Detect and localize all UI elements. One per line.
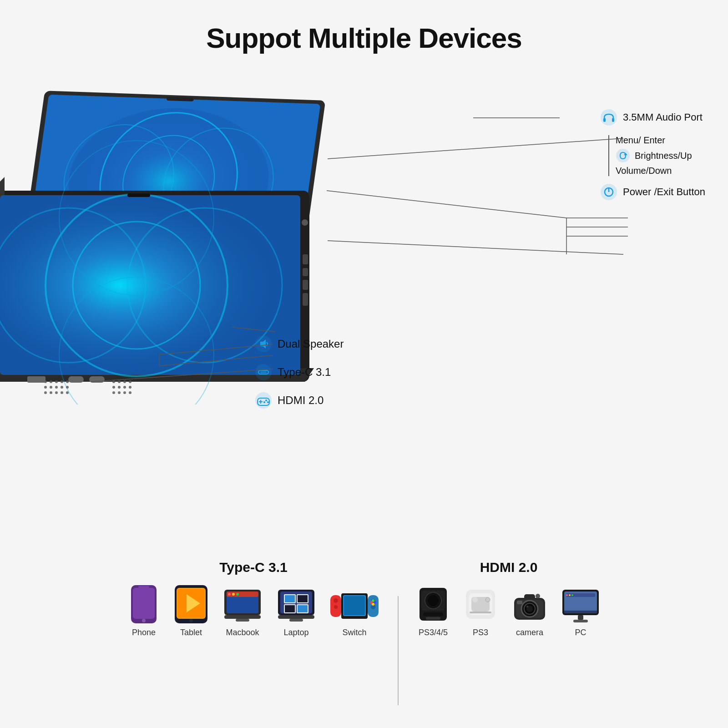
svg-rect-113 (285, 595, 295, 602)
svg-point-32 (50, 386, 52, 389)
phone-icon (127, 584, 160, 624)
pc-icon (561, 588, 601, 624)
svg-point-34 (61, 386, 63, 389)
svg-point-42 (118, 380, 121, 383)
svg-point-76 (263, 401, 265, 403)
svg-point-35 (66, 386, 69, 389)
svg-point-27 (50, 380, 52, 383)
tablet-label: Tablet (180, 628, 202, 637)
switch-icon (329, 588, 379, 624)
typec-title: Type-C 3.1 (219, 560, 288, 575)
svg-point-28 (55, 380, 58, 383)
svg-rect-157 (578, 615, 583, 620)
svg-rect-156 (564, 611, 597, 613)
svg-rect-90 (133, 588, 155, 619)
svg-point-30 (66, 380, 69, 383)
svg-point-46 (118, 386, 121, 389)
power-icon (600, 183, 617, 201)
svg-rect-115 (285, 605, 295, 612)
volume-label: Volume/Down (616, 166, 672, 176)
svg-point-120 (334, 598, 338, 603)
typec-column: Type-C 3.1 Phone (109, 560, 398, 637)
svg-line-84 (327, 191, 566, 218)
svg-rect-117 (278, 615, 314, 619)
svg-rect-55 (27, 376, 46, 383)
svg-point-104 (236, 593, 239, 596)
grouped-annotations: Menu/ Enter Brightness/Up Volume/Down (616, 135, 692, 176)
typec-devices-row: Phone Tablet (127, 584, 379, 637)
svg-rect-151 (517, 601, 522, 604)
speaker-icon (255, 335, 272, 353)
svg-rect-137 (426, 617, 440, 620)
laptop-label: Laptop (283, 628, 308, 637)
svg-point-31 (44, 386, 47, 389)
hdmi-label: HDMI 2.0 (278, 394, 324, 407)
svg-rect-25 (303, 293, 308, 306)
devices-section: Type-C 3.1 Phone (0, 551, 728, 728)
pc-label: PC (575, 628, 586, 637)
annotation-menu: Menu/ Enter (616, 135, 692, 146)
svg-point-75 (267, 401, 269, 403)
annotation-power: Power /Exit Button (600, 183, 705, 201)
svg-point-143 (472, 597, 478, 602)
svg-rect-23 (303, 268, 308, 276)
annotation-hdmi: HDMI 2.0 (255, 392, 344, 409)
monitor-section: 3.5MM Audio Port Menu/ Enter (0, 63, 728, 436)
page-title: Suppot Multiple Devices (0, 0, 728, 54)
power-label: Power /Exit Button (623, 186, 705, 198)
svg-rect-92 (138, 586, 149, 588)
device-macbook: Macbook (222, 588, 263, 637)
audio-port-label: 3.5MM Audio Port (623, 111, 703, 123)
svg-rect-54 (89, 376, 105, 383)
usbc-icon (255, 364, 272, 381)
svg-point-21 (302, 219, 308, 226)
svg-rect-141 (470, 612, 491, 613)
svg-point-29 (61, 380, 63, 383)
svg-point-131 (372, 603, 374, 606)
svg-point-152 (536, 594, 540, 598)
svg-point-45 (112, 386, 115, 389)
devices-row: Type-C 3.1 Phone (0, 551, 728, 728)
annotation-volume: Volume/Down (616, 166, 692, 176)
gamepad-icon (255, 392, 272, 409)
device-tablet: Tablet (173, 584, 209, 637)
camera-icon (511, 588, 548, 624)
svg-point-102 (228, 593, 231, 596)
switch-label: Switch (342, 628, 366, 637)
svg-point-48 (129, 386, 131, 389)
svg-rect-24 (303, 280, 308, 290)
type-c-label: Type-C 3.1 (278, 366, 331, 379)
svg-point-162 (571, 594, 573, 596)
svg-rect-150 (524, 594, 535, 600)
svg-rect-106 (236, 619, 249, 622)
annotation-dual-speaker: Dual Speaker (255, 335, 344, 353)
ps3-icon (462, 584, 499, 624)
device-pc: PC (561, 588, 601, 637)
bottom-annotations: Dual Speaker Type-C 3.1 HDMI 2.0 (255, 335, 344, 409)
svg-rect-124 (344, 596, 365, 615)
annotation-group: Menu/ Enter Brightness/Up Volume/Down (600, 135, 705, 176)
svg-point-74 (265, 399, 267, 401)
brightness-label: Brightness/Up (635, 151, 692, 161)
svg-rect-53 (68, 376, 84, 383)
device-phone: Phone (127, 584, 160, 637)
phone-label: Phone (132, 628, 156, 637)
ps345-icon (417, 584, 450, 624)
macbook-label: Macbook (226, 628, 259, 637)
headphones-icon (600, 109, 617, 126)
svg-rect-118 (289, 619, 303, 622)
svg-point-43 (123, 380, 126, 383)
svg-point-33 (55, 386, 58, 389)
svg-point-50 (118, 391, 121, 394)
annotation-type-c: Type-C 3.1 (255, 364, 344, 381)
annotation-audio-port: 3.5MM Audio Port (600, 109, 705, 126)
svg-point-52 (129, 391, 131, 394)
laptop-icon (276, 588, 317, 624)
svg-point-37 (50, 391, 52, 394)
svg-rect-114 (298, 595, 308, 602)
svg-rect-158 (573, 620, 588, 622)
svg-rect-22 (303, 254, 308, 264)
svg-point-161 (569, 594, 571, 596)
hdmi-devices-row: PS3/4/5 PS (417, 584, 601, 637)
svg-rect-101 (227, 592, 258, 597)
